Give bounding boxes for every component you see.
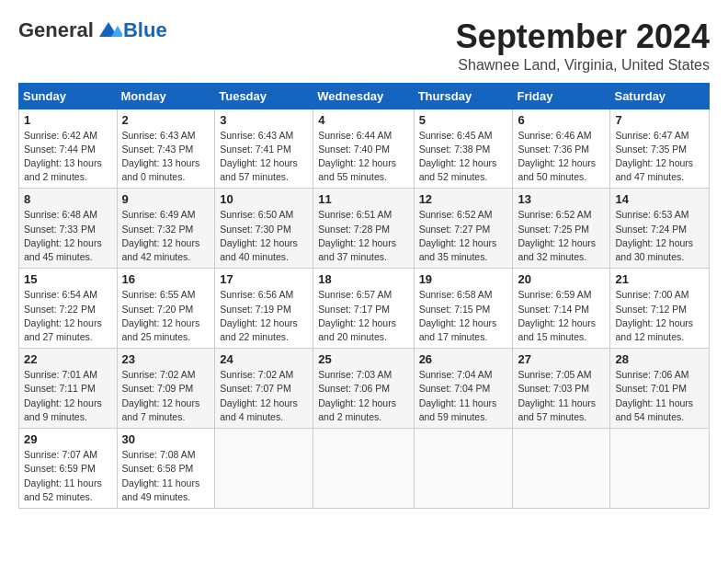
- calendar-cell: 5 Sunrise: 6:45 AMSunset: 7:38 PMDayligh…: [414, 109, 513, 189]
- calendar-day-header: Tuesday: [215, 83, 313, 109]
- calendar-cell: 3 Sunrise: 6:43 AMSunset: 7:41 PMDayligh…: [215, 109, 313, 189]
- day-info: Sunrise: 7:07 AMSunset: 6:59 PMDaylight:…: [24, 449, 102, 502]
- location-title: Shawnee Land, Virginia, United States: [456, 57, 710, 74]
- day-info: Sunrise: 6:50 AMSunset: 7:30 PMDaylight:…: [220, 209, 298, 262]
- calendar-cell: 16 Sunrise: 6:55 AMSunset: 7:20 PMDaylig…: [117, 269, 215, 349]
- day-info: Sunrise: 7:06 AMSunset: 7:01 PMDaylight:…: [615, 369, 693, 422]
- day-info: Sunrise: 6:51 AMSunset: 7:28 PMDaylight:…: [318, 209, 396, 262]
- day-number: 24: [220, 352, 308, 366]
- calendar-table: SundayMondayTuesdayWednesdayThursdayFrid…: [18, 83, 710, 509]
- day-number: 10: [220, 192, 308, 206]
- calendar-week-row: 29 Sunrise: 7:07 AMSunset: 6:59 PMDaylig…: [19, 429, 710, 509]
- calendar-cell: 25 Sunrise: 7:03 AMSunset: 7:06 PMDaylig…: [313, 349, 414, 429]
- day-number: 6: [518, 113, 605, 127]
- day-number: 23: [122, 352, 210, 366]
- day-info: Sunrise: 6:55 AMSunset: 7:20 PMDaylight:…: [122, 289, 200, 342]
- calendar-cell: 28 Sunrise: 7:06 AMSunset: 7:01 PMDaylig…: [610, 349, 710, 429]
- calendar-cell: 10 Sunrise: 6:50 AMSunset: 7:30 PMDaylig…: [215, 189, 313, 269]
- calendar-cell: [513, 429, 610, 509]
- day-info: Sunrise: 7:05 AMSunset: 7:03 PMDaylight:…: [518, 369, 596, 422]
- day-number: 9: [122, 192, 210, 206]
- day-info: Sunrise: 7:03 AMSunset: 7:06 PMDaylight:…: [318, 369, 396, 422]
- calendar-day-header: Wednesday: [313, 83, 414, 109]
- calendar-cell: 6 Sunrise: 6:46 AMSunset: 7:36 PMDayligh…: [513, 109, 610, 189]
- calendar-cell: 18 Sunrise: 6:57 AMSunset: 7:17 PMDaylig…: [313, 269, 414, 349]
- day-info: Sunrise: 6:57 AMSunset: 7:17 PMDaylight:…: [318, 289, 396, 342]
- day-number: 1: [24, 113, 112, 127]
- day-info: Sunrise: 6:44 AMSunset: 7:40 PMDaylight:…: [318, 130, 396, 183]
- day-number: 20: [518, 272, 605, 286]
- day-info: Sunrise: 6:54 AMSunset: 7:22 PMDaylight:…: [24, 289, 102, 342]
- calendar-cell: 29 Sunrise: 7:07 AMSunset: 6:59 PMDaylig…: [19, 429, 118, 509]
- calendar-cell: 14 Sunrise: 6:53 AMSunset: 7:24 PMDaylig…: [610, 189, 710, 269]
- day-info: Sunrise: 6:53 AMSunset: 7:24 PMDaylight:…: [615, 209, 693, 262]
- day-number: 4: [318, 113, 408, 127]
- day-info: Sunrise: 7:08 AMSunset: 6:58 PMDaylight:…: [122, 449, 200, 502]
- calendar-cell: [215, 429, 313, 509]
- day-number: 25: [318, 352, 408, 366]
- day-number: 2: [122, 113, 210, 127]
- day-info: Sunrise: 6:43 AMSunset: 7:41 PMDaylight:…: [220, 130, 298, 183]
- day-info: Sunrise: 7:01 AMSunset: 7:11 PMDaylight:…: [24, 369, 102, 422]
- calendar-cell: [610, 429, 710, 509]
- day-info: Sunrise: 6:46 AMSunset: 7:36 PMDaylight:…: [518, 130, 596, 183]
- day-number: 29: [24, 432, 112, 446]
- calendar-day-header: Sunday: [19, 83, 118, 109]
- calendar-cell: 27 Sunrise: 7:05 AMSunset: 7:03 PMDaylig…: [513, 349, 610, 429]
- day-number: 11: [318, 192, 408, 206]
- day-number: 17: [220, 272, 308, 286]
- logo-blue-text: Blue: [123, 18, 167, 42]
- calendar-cell: 8 Sunrise: 6:48 AMSunset: 7:33 PMDayligh…: [19, 189, 118, 269]
- calendar-cell: 11 Sunrise: 6:51 AMSunset: 7:28 PMDaylig…: [313, 189, 414, 269]
- calendar-cell: 30 Sunrise: 7:08 AMSunset: 6:58 PMDaylig…: [117, 429, 215, 509]
- calendar-cell: 24 Sunrise: 7:02 AMSunset: 7:07 PMDaylig…: [215, 349, 313, 429]
- day-number: 8: [24, 192, 112, 206]
- calendar-day-header: Friday: [513, 83, 610, 109]
- calendar-cell: 1 Sunrise: 6:42 AMSunset: 7:44 PMDayligh…: [19, 109, 118, 189]
- day-number: 14: [615, 192, 704, 206]
- day-number: 27: [518, 352, 605, 366]
- day-info: Sunrise: 6:59 AMSunset: 7:14 PMDaylight:…: [518, 289, 596, 342]
- day-number: 26: [419, 352, 508, 366]
- day-info: Sunrise: 6:48 AMSunset: 7:33 PMDaylight:…: [24, 209, 102, 262]
- day-number: 13: [518, 192, 605, 206]
- day-info: Sunrise: 6:52 AMSunset: 7:27 PMDaylight:…: [419, 209, 497, 262]
- day-info: Sunrise: 6:58 AMSunset: 7:15 PMDaylight:…: [419, 289, 497, 342]
- logo-icon: [95, 20, 122, 40]
- day-number: 15: [24, 272, 112, 286]
- day-number: 28: [615, 352, 704, 366]
- day-number: 18: [318, 272, 408, 286]
- calendar-cell: 21 Sunrise: 7:00 AMSunset: 7:12 PMDaylig…: [610, 269, 710, 349]
- calendar-cell: 22 Sunrise: 7:01 AMSunset: 7:11 PMDaylig…: [19, 349, 118, 429]
- calendar-cell: 2 Sunrise: 6:43 AMSunset: 7:43 PMDayligh…: [117, 109, 215, 189]
- calendar-week-row: 8 Sunrise: 6:48 AMSunset: 7:33 PMDayligh…: [19, 189, 710, 269]
- calendar-day-header: Monday: [117, 83, 215, 109]
- day-info: Sunrise: 7:04 AMSunset: 7:04 PMDaylight:…: [419, 369, 497, 422]
- calendar-cell: 15 Sunrise: 6:54 AMSunset: 7:22 PMDaylig…: [19, 269, 118, 349]
- logo-general-text: General: [18, 18, 94, 42]
- calendar-cell: 9 Sunrise: 6:49 AMSunset: 7:32 PMDayligh…: [117, 189, 215, 269]
- title-block: September 2024 Shawnee Land, Virginia, U…: [456, 18, 710, 74]
- day-number: 16: [122, 272, 210, 286]
- month-title: September 2024: [456, 18, 710, 55]
- calendar-cell: 7 Sunrise: 6:47 AMSunset: 7:35 PMDayligh…: [610, 109, 710, 189]
- day-info: Sunrise: 6:42 AMSunset: 7:44 PMDaylight:…: [24, 130, 102, 183]
- calendar-cell: 13 Sunrise: 6:52 AMSunset: 7:25 PMDaylig…: [513, 189, 610, 269]
- calendar-day-header: Thursday: [414, 83, 513, 109]
- day-info: Sunrise: 6:47 AMSunset: 7:35 PMDaylight:…: [615, 130, 693, 183]
- day-number: 21: [615, 272, 704, 286]
- day-info: Sunrise: 7:02 AMSunset: 7:09 PMDaylight:…: [122, 369, 200, 422]
- calendar-cell: 17 Sunrise: 6:56 AMSunset: 7:19 PMDaylig…: [215, 269, 313, 349]
- calendar-week-row: 22 Sunrise: 7:01 AMSunset: 7:11 PMDaylig…: [19, 349, 710, 429]
- day-number: 19: [419, 272, 508, 286]
- calendar-cell: [313, 429, 414, 509]
- day-number: 3: [220, 113, 308, 127]
- day-number: 12: [419, 192, 508, 206]
- day-info: Sunrise: 6:52 AMSunset: 7:25 PMDaylight:…: [518, 209, 596, 262]
- calendar-header-row: SundayMondayTuesdayWednesdayThursdayFrid…: [19, 83, 710, 109]
- day-info: Sunrise: 6:56 AMSunset: 7:19 PMDaylight:…: [220, 289, 298, 342]
- day-info: Sunrise: 6:45 AMSunset: 7:38 PMDaylight:…: [419, 130, 497, 183]
- calendar-cell: 20 Sunrise: 6:59 AMSunset: 7:14 PMDaylig…: [513, 269, 610, 349]
- day-info: Sunrise: 7:00 AMSunset: 7:12 PMDaylight:…: [615, 289, 693, 342]
- calendar-day-header: Saturday: [610, 83, 710, 109]
